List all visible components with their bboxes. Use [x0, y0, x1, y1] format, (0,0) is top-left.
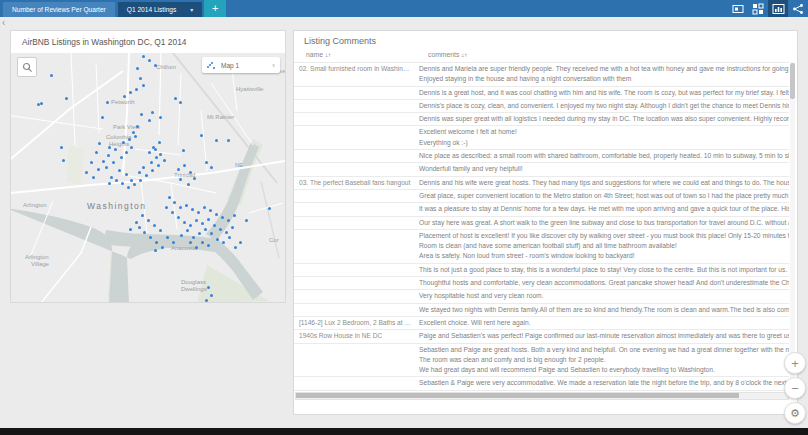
map-point[interactable]: [97, 168, 100, 171]
comment-cell[interactable]: Thoughtful hosts and comfortable, very c…: [412, 278, 789, 288]
map-point[interactable]: [227, 219, 230, 222]
map-point[interactable]: [108, 182, 111, 185]
map-point[interactable]: [186, 229, 189, 232]
map-point[interactable]: [197, 211, 200, 214]
map-point[interactable]: [130, 146, 133, 149]
map-point[interactable]: [228, 236, 231, 239]
table-row[interactable]: Sebastien & Paige were very accommodativ…: [294, 376, 789, 389]
presentation-icon[interactable]: [728, 0, 748, 17]
map-point[interactable]: [179, 178, 182, 181]
map-point[interactable]: [62, 159, 65, 162]
map-point[interactable]: [60, 146, 63, 149]
map-point[interactable]: [207, 218, 210, 221]
map-point[interactable]: [148, 119, 151, 122]
map-point[interactable]: [105, 166, 108, 169]
name-cell[interactable]: [294, 218, 412, 228]
name-cell[interactable]: [294, 378, 412, 388]
map-point[interactable]: [130, 179, 133, 182]
tab-q1-2014-listings[interactable]: Q1 2014 Listings ▾: [118, 2, 203, 17]
map-point[interactable]: [204, 228, 207, 231]
name-cell[interactable]: 03. The perfect Baseball fans hangout: [294, 178, 412, 188]
map-point[interactable]: [150, 161, 153, 164]
map-point[interactable]: [171, 211, 174, 214]
name-cell[interactable]: [294, 114, 412, 124]
tab-number-of-reviews[interactable]: Number of Reviews Per Quarter: [3, 2, 115, 17]
map-point[interactable]: [114, 148, 117, 151]
map-point[interactable]: [148, 59, 151, 62]
map-point[interactable]: [106, 101, 109, 104]
table-row[interactable]: It was a pleasure to stay at Dennis' hom…: [294, 202, 789, 215]
name-cell[interactable]: [294, 204, 412, 214]
share-icon[interactable]: [788, 0, 808, 17]
name-cell[interactable]: [294, 278, 412, 288]
comment-cell[interactable]: Dennis and his wife were great hosts. Th…: [412, 178, 789, 188]
map-point[interactable]: [138, 226, 141, 229]
map-point[interactable]: [139, 77, 142, 80]
map-point[interactable]: [154, 249, 157, 252]
table-row[interactable]: Wonderfull family and very helpfull!: [294, 162, 789, 175]
map-point[interactable]: [112, 161, 115, 164]
name-cell[interactable]: 02. Small furnished room in Washingt...: [294, 64, 412, 85]
comment-cell[interactable]: Nice place as described: a small room wi…: [412, 151, 789, 161]
comment-cell[interactable]: Wonderfull family and very helpfull!: [412, 164, 789, 174]
map-point[interactable]: [107, 154, 110, 157]
comment-cell[interactable]: Placement of host is excellent! If you l…: [412, 231, 789, 262]
table-row[interactable]: Nice place as described: a small room wi…: [294, 149, 789, 162]
map-point[interactable]: [149, 236, 152, 239]
map-point[interactable]: [134, 135, 137, 138]
map-point[interactable]: [118, 169, 121, 172]
map-point[interactable]: [219, 228, 222, 231]
map-point[interactable]: [173, 201, 176, 204]
comment-cell[interactable]: Sebastien & Paige were very accommodativ…: [412, 378, 789, 388]
map-point[interactable]: [183, 221, 186, 224]
map-point[interactable]: [187, 183, 190, 186]
map-point[interactable]: [151, 111, 154, 114]
map-point[interactable]: [201, 241, 204, 244]
map-point[interactable]: [90, 161, 93, 164]
map-point[interactable]: [183, 164, 186, 167]
table-row[interactable]: Sebastien and Paige are great hosts. Bot…: [294, 343, 789, 377]
comment-cell[interactable]: Great place, super convenient location t…: [412, 191, 789, 201]
map-point[interactable]: [165, 206, 168, 209]
map-point[interactable]: [205, 299, 208, 302]
map-point[interactable]: [142, 55, 145, 58]
table-row[interactable]: 02. Small furnished room in Washingt...D…: [294, 62, 789, 86]
map-point[interactable]: [172, 241, 175, 244]
map-point[interactable]: [215, 139, 218, 142]
table-row[interactable]: Our stay here was great. A short walk to…: [294, 216, 789, 229]
map-point[interactable]: [198, 232, 201, 235]
map-point[interactable]: [110, 176, 113, 179]
vertical-scrollbar-thumb[interactable]: [790, 63, 795, 99]
map-point[interactable]: [141, 214, 144, 217]
horizontal-scrollbar[interactable]: [295, 392, 789, 400]
collapse-panel-chevron[interactable]: ‹: [2, 18, 5, 28]
map-point[interactable]: [195, 219, 198, 222]
map-point[interactable]: [154, 64, 157, 67]
map-point[interactable]: [133, 183, 136, 186]
map-point[interactable]: [37, 103, 40, 106]
comment-cell[interactable]: Very hospitable host and very clean room…: [412, 291, 789, 301]
map-point[interactable]: [140, 113, 143, 116]
map-point[interactable]: [128, 138, 131, 141]
map-point[interactable]: [148, 151, 151, 154]
map-point[interactable]: [159, 116, 162, 119]
comment-cell[interactable]: Excellent choice. Will rent here again.: [412, 318, 789, 328]
map-point[interactable]: [213, 224, 216, 227]
map-point[interactable]: [179, 101, 182, 104]
map-point[interactable]: [233, 214, 236, 217]
column-header-name[interactable]: name↓↑: [306, 51, 331, 58]
name-cell[interactable]: [294, 127, 412, 148]
map-point[interactable]: [127, 186, 130, 189]
map-point[interactable]: [122, 141, 125, 144]
sort-icon[interactable]: ↓↑: [325, 52, 331, 58]
map-point[interactable]: [50, 74, 53, 77]
map-point[interactable]: [132, 131, 135, 134]
name-cell[interactable]: [294, 88, 412, 98]
map-point[interactable]: [180, 234, 183, 237]
map-point[interactable]: [139, 179, 142, 182]
table-row[interactable]: Excellent welcome I felt at home!Everyth…: [294, 125, 789, 149]
map-point[interactable]: [102, 160, 105, 163]
map-point[interactable]: [222, 241, 225, 244]
map-point[interactable]: [65, 97, 68, 100]
map-point[interactable]: [227, 139, 230, 142]
